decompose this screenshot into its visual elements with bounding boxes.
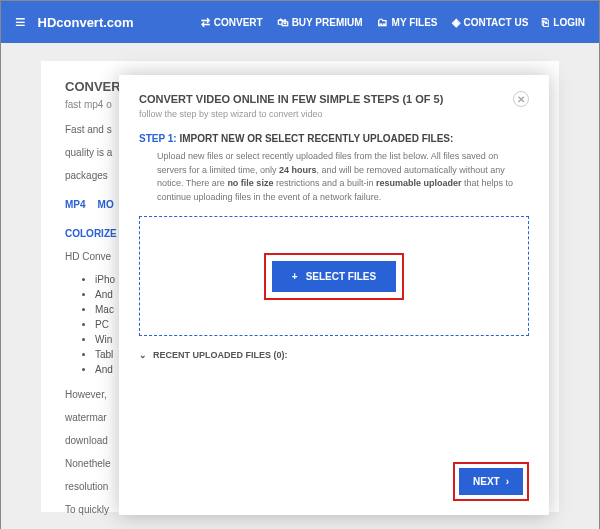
nav-contact[interactable]: ◈CONTACT US [452, 16, 529, 29]
select-files-button[interactable]: + SELECT FILES [272, 261, 396, 292]
tab-mp4[interactable]: MP4 [65, 197, 86, 212]
topbar: ≡ HDconvert.com ⇄CONVERT 🛍BUY PREMIUM 🗂M… [1, 1, 599, 43]
chevron-right-icon: › [506, 476, 509, 487]
tab-colorize[interactable]: COLORIZE [65, 226, 117, 241]
nav-convert[interactable]: ⇄CONVERT [201, 16, 263, 29]
login-icon: ⎘ [542, 16, 549, 28]
nav-files[interactable]: 🗂MY FILES [377, 16, 438, 28]
brand[interactable]: HDconvert.com [38, 15, 201, 30]
modal-title: CONVERT VIDEO ONLINE IN FEW SIMPLE STEPS… [139, 93, 443, 105]
next-button[interactable]: NEXT › [459, 468, 523, 495]
close-icon[interactable]: ✕ [513, 91, 529, 107]
files-icon: 🗂 [377, 16, 388, 28]
wizard-modal: CONVERT VIDEO ONLINE IN FEW SIMPLE STEPS… [119, 75, 549, 515]
recent-uploads-toggle[interactable]: ⌄ RECENT UPLOADED FILES (0): [139, 350, 529, 360]
recent-label: RECENT UPLOADED FILES (0): [153, 350, 288, 360]
upload-dropzone[interactable]: + SELECT FILES [139, 216, 529, 336]
modal-subtitle: follow the step by step wizard to conver… [139, 109, 529, 119]
step-description: Upload new files or select recently uplo… [157, 150, 529, 204]
modal-title-row: CONVERT VIDEO ONLINE IN FEW SIMPLE STEPS… [139, 91, 529, 107]
step-heading: STEP 1: IMPORT NEW OR SELECT RECENTLY UP… [139, 133, 529, 144]
next-label: NEXT [473, 476, 500, 487]
contact-icon: ◈ [452, 16, 460, 29]
nav-premium[interactable]: 🛍BUY PREMIUM [277, 16, 363, 28]
plus-icon: + [292, 271, 298, 282]
app-frame: ≡ HDconvert.com ⇄CONVERT 🛍BUY PREMIUM 🗂M… [0, 0, 600, 529]
nav-login[interactable]: ⎘LOGIN [542, 16, 585, 28]
step-text: IMPORT NEW OR SELECT RECENTLY UPLOADED F… [179, 133, 453, 144]
menu-icon[interactable]: ≡ [15, 12, 26, 33]
select-files-label: SELECT FILES [306, 271, 377, 282]
chevron-down-icon: ⌄ [139, 350, 147, 360]
next-highlight: NEXT › [453, 462, 529, 501]
select-files-highlight: + SELECT FILES [264, 253, 404, 300]
tab-mo[interactable]: MO [98, 197, 114, 212]
bag-icon: 🛍 [277, 16, 288, 28]
nav-links: ⇄CONVERT 🛍BUY PREMIUM 🗂MY FILES ◈CONTACT… [201, 16, 585, 29]
convert-icon: ⇄ [201, 16, 210, 29]
step-number: STEP 1: [139, 133, 177, 144]
